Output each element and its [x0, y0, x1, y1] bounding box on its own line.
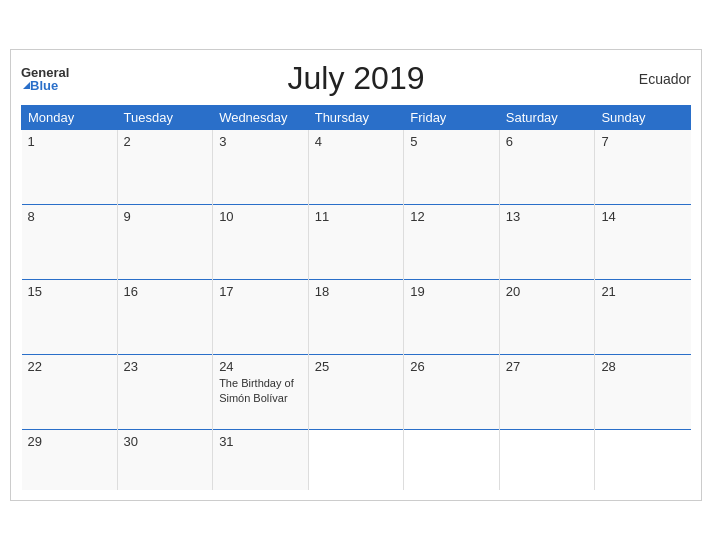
calendar-week-row: 15161718192021	[22, 280, 691, 355]
day-number: 19	[410, 284, 493, 299]
calendar-day-cell: 26	[404, 355, 500, 430]
day-number: 22	[28, 359, 111, 374]
logo-triangle-icon	[23, 82, 30, 89]
calendar-day-cell: 3	[213, 130, 309, 205]
calendar-week-row: 1234567	[22, 130, 691, 205]
calendar-week-row: 293031	[22, 430, 691, 490]
calendar-week-row: 222324The Birthday of Simón Bolívar25262…	[22, 355, 691, 430]
day-number: 8	[28, 209, 111, 224]
day-number: 30	[124, 434, 207, 449]
calendar-day-cell: 25	[308, 355, 404, 430]
header-saturday: Saturday	[499, 106, 595, 130]
calendar-day-cell: 31	[213, 430, 309, 490]
day-number: 2	[124, 134, 207, 149]
day-number: 21	[601, 284, 684, 299]
calendar-day-cell: 22	[22, 355, 118, 430]
day-number: 11	[315, 209, 398, 224]
calendar-table: Monday Tuesday Wednesday Thursday Friday…	[21, 105, 691, 490]
logo-blue-label: Blue	[30, 79, 58, 92]
calendar-day-cell	[308, 430, 404, 490]
logo-blue-text: Blue	[21, 79, 69, 92]
header-monday: Monday	[22, 106, 118, 130]
calendar-header: General Blue July 2019 Ecuador	[21, 60, 691, 97]
day-number: 13	[506, 209, 589, 224]
day-number: 24	[219, 359, 302, 374]
calendar-week-row: 891011121314	[22, 205, 691, 280]
day-number: 10	[219, 209, 302, 224]
logo: General Blue	[21, 66, 69, 92]
day-number: 14	[601, 209, 684, 224]
day-number: 4	[315, 134, 398, 149]
calendar-day-cell: 11	[308, 205, 404, 280]
day-number: 28	[601, 359, 684, 374]
header-sunday: Sunday	[595, 106, 691, 130]
day-number: 3	[219, 134, 302, 149]
calendar-day-cell: 18	[308, 280, 404, 355]
calendar-day-cell: 7	[595, 130, 691, 205]
calendar-day-cell: 27	[499, 355, 595, 430]
calendar-day-cell: 30	[117, 430, 213, 490]
day-number: 16	[124, 284, 207, 299]
calendar-title: July 2019	[21, 60, 691, 97]
day-number: 9	[124, 209, 207, 224]
calendar-day-cell: 15	[22, 280, 118, 355]
calendar-day-cell: 12	[404, 205, 500, 280]
calendar-day-cell	[595, 430, 691, 490]
calendar-day-cell: 4	[308, 130, 404, 205]
day-number: 5	[410, 134, 493, 149]
calendar-day-cell: 2	[117, 130, 213, 205]
calendar-day-cell: 5	[404, 130, 500, 205]
day-number: 29	[28, 434, 111, 449]
day-number: 17	[219, 284, 302, 299]
calendar-container: General Blue July 2019 Ecuador Monday Tu…	[10, 49, 702, 501]
day-number: 12	[410, 209, 493, 224]
calendar-day-cell: 9	[117, 205, 213, 280]
day-number: 31	[219, 434, 302, 449]
day-number: 26	[410, 359, 493, 374]
calendar-day-cell: 8	[22, 205, 118, 280]
calendar-day-cell: 24The Birthday of Simón Bolívar	[213, 355, 309, 430]
weekday-header-row: Monday Tuesday Wednesday Thursday Friday…	[22, 106, 691, 130]
day-number: 23	[124, 359, 207, 374]
day-number: 20	[506, 284, 589, 299]
calendar-country: Ecuador	[639, 71, 691, 87]
calendar-day-cell: 21	[595, 280, 691, 355]
calendar-day-cell: 20	[499, 280, 595, 355]
header-friday: Friday	[404, 106, 500, 130]
day-number: 15	[28, 284, 111, 299]
day-number: 18	[315, 284, 398, 299]
calendar-day-cell	[499, 430, 595, 490]
calendar-day-cell: 1	[22, 130, 118, 205]
header-wednesday: Wednesday	[213, 106, 309, 130]
calendar-day-cell: 10	[213, 205, 309, 280]
calendar-day-cell: 28	[595, 355, 691, 430]
calendar-day-cell: 29	[22, 430, 118, 490]
calendar-day-cell: 23	[117, 355, 213, 430]
calendar-day-cell: 17	[213, 280, 309, 355]
header-thursday: Thursday	[308, 106, 404, 130]
calendar-day-cell: 13	[499, 205, 595, 280]
calendar-day-cell	[404, 430, 500, 490]
day-number: 7	[601, 134, 684, 149]
day-number: 6	[506, 134, 589, 149]
day-number: 1	[28, 134, 111, 149]
day-number: 25	[315, 359, 398, 374]
calendar-day-cell: 14	[595, 205, 691, 280]
calendar-day-cell: 19	[404, 280, 500, 355]
event-label: The Birthday of Simón Bolívar	[219, 376, 302, 405]
calendar-day-cell: 6	[499, 130, 595, 205]
day-number: 27	[506, 359, 589, 374]
calendar-day-cell: 16	[117, 280, 213, 355]
header-tuesday: Tuesday	[117, 106, 213, 130]
